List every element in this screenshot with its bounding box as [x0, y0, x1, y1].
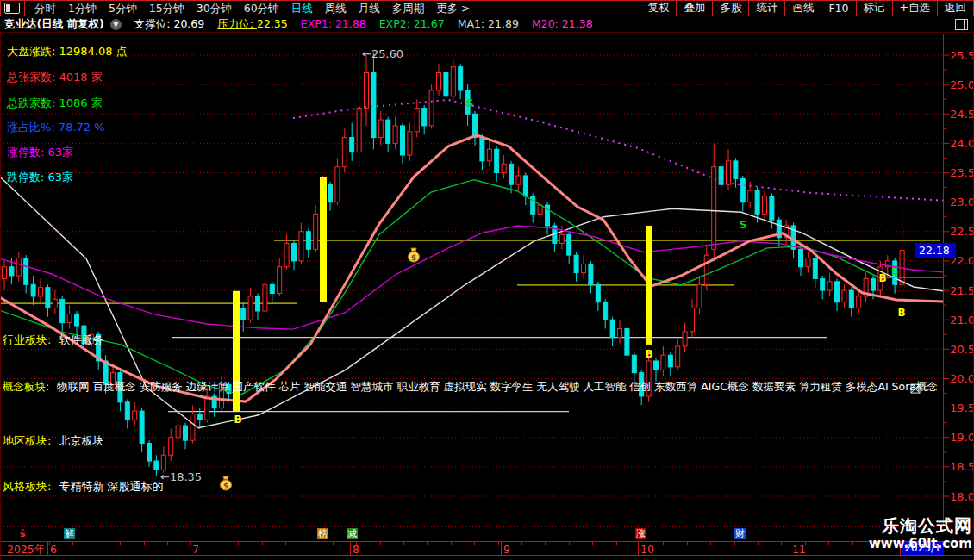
window-layout-icon[interactable] — [4, 3, 20, 14]
event-badge-涨[interactable]: 涨 — [635, 528, 646, 539]
tool-button-6[interactable]: 标记 — [856, 1, 892, 16]
axis-minor-tick — [734, 542, 735, 545]
split-window-icon[interactable] — [955, 19, 968, 30]
candle-body — [197, 414, 202, 420]
sector-label-3: 风格板块: — [3, 480, 51, 493]
indicator-value-0: 20.69 — [173, 17, 204, 30]
candle-body — [748, 190, 752, 202]
stat-row-2: 总跌家数: 1086 家 — [7, 96, 103, 111]
timeframe-item-10[interactable]: 更多 > — [430, 1, 476, 16]
month-separator — [790, 542, 790, 555]
candle-body — [125, 402, 129, 420]
dotted-trend-line — [293, 100, 943, 201]
axis-minor-tick — [333, 542, 334, 545]
price-axis-label: 19.50 — [950, 401, 974, 414]
indicator-label-5: M20: — [532, 17, 562, 30]
axis-minor-tick — [72, 542, 73, 545]
tool-button-5[interactable]: F10 — [821, 1, 855, 16]
price-axis-label: 22.50 — [950, 225, 974, 238]
timeframe-item-0[interactable]: 分时 — [28, 1, 62, 16]
candle-body — [46, 288, 50, 308]
sector-row-2: 地区板块:北京板块 — [3, 433, 103, 449]
candle-body — [16, 258, 21, 276]
sector-row-0: 行业板块:软件服务 — [3, 333, 103, 348]
chevron-down-icon[interactable]: ▼ — [110, 19, 122, 30]
candle-body — [459, 67, 463, 90]
candle-body — [393, 126, 397, 143]
axis-minor-tick — [262, 542, 263, 545]
candle-body — [75, 314, 79, 326]
event-badge-解[interactable]: 解 — [64, 528, 75, 539]
sector-value-1[interactable]: 物联网 百度概念 安防服务 边缘计算 国产软件 芯片 智能交通 智慧城市 职业教… — [57, 380, 940, 393]
tool-button-8[interactable]: 返回 — [937, 1, 973, 16]
candle-body — [365, 72, 369, 108]
candle-body — [690, 308, 695, 332]
price-axis-label: 23.50 — [950, 166, 974, 179]
candle-body — [487, 149, 491, 161]
tool-button-1[interactable]: 叠加 — [676, 1, 712, 16]
candle-body — [9, 267, 14, 276]
tool-button-4[interactable]: 画线 — [784, 1, 821, 16]
candle-body — [625, 328, 629, 355]
indicator-2: EXP1: 21.88 — [301, 17, 366, 30]
timeframe-item-6[interactable]: 日线 — [285, 1, 319, 16]
price-axis-label: 25.00 — [950, 78, 974, 91]
candle-body — [53, 299, 57, 308]
money-bag-icon: $ — [409, 248, 420, 262]
price-axis-label: 21.50 — [950, 284, 974, 297]
timeframe-item-8[interactable]: 月线 — [353, 1, 386, 16]
candle-body — [205, 396, 209, 420]
candle-body — [161, 455, 165, 470]
axis-minor-tick — [781, 542, 782, 545]
axis-minor-tick — [521, 542, 522, 545]
axis-minor-tick — [285, 542, 286, 545]
candle-body — [610, 320, 615, 337]
indicator-5: M20: 21.38 — [532, 17, 593, 30]
signal-highlight-bar-2 — [646, 226, 652, 345]
candle-body — [133, 411, 137, 420]
candle-body — [821, 278, 825, 290]
window-layout-icon-fill — [6, 4, 10, 12]
timeframe-item-2[interactable]: 5分钟 — [103, 1, 143, 16]
timeframe-item-4[interactable]: 30分钟 — [190, 1, 238, 16]
axis-minor-tick — [545, 542, 546, 545]
money-bag-icon: $ — [221, 476, 232, 490]
candle-body — [31, 284, 35, 296]
tool-button-0[interactable]: 复权 — [640, 1, 676, 16]
tool-button-2[interactable]: 多股 — [712, 1, 748, 16]
candlestick-chart[interactable]: SSSBBBB←25.60←18.35$$25.5025.0024.5024.0… — [0, 0, 974, 560]
signal-s-mark: S — [466, 97, 474, 109]
candle-body — [495, 149, 499, 172]
candle-body — [328, 184, 333, 202]
timeframe-item-9[interactable]: 多周期 — [386, 1, 431, 16]
candle-body — [401, 126, 405, 155]
month-label-9: 9 — [503, 543, 510, 556]
sector-value-3[interactable]: 专精特新 深股通标的 — [59, 480, 163, 493]
signal-s-mark: S — [891, 265, 899, 277]
event-badge-财[interactable]: 财 — [734, 528, 746, 539]
candle-body — [176, 426, 180, 438]
price-tag-value: 22.18 — [919, 244, 950, 257]
sector-value-2[interactable]: 北京板块 — [59, 434, 103, 447]
candle-body — [350, 138, 354, 152]
tool-button-7[interactable]: +自选 — [892, 1, 937, 16]
candle-body — [502, 164, 506, 172]
event-badge-减[interactable]: 减 — [347, 528, 358, 539]
event-badge-榜[interactable]: 榜 — [317, 528, 328, 539]
candle-body — [241, 308, 246, 320]
timeframe-item-3[interactable]: 15分钟 — [143, 1, 190, 16]
event-badge-ŝ[interactable]: ŝ — [19, 528, 27, 539]
sector-value-0[interactable]: 软件服务 — [59, 333, 103, 346]
signal-b-mark: B — [234, 414, 241, 426]
candle-body — [704, 255, 709, 284]
timeframe-item-1[interactable]: 1分钟 — [62, 1, 103, 16]
timeframe-item-5[interactable]: 60分钟 — [238, 1, 285, 16]
timeframe-item-7[interactable]: 周线 — [319, 1, 353, 16]
axis-minor-tick — [663, 542, 664, 545]
tool-button-3[interactable]: 统计 — [748, 1, 784, 16]
axis-minor-tick — [805, 542, 806, 545]
axis-minor-tick — [309, 542, 309, 545]
candle-body — [727, 161, 731, 184]
stat-row-5: 跌停数: 63家 — [7, 170, 73, 185]
indicator-label-1: 压力位: — [217, 17, 257, 30]
